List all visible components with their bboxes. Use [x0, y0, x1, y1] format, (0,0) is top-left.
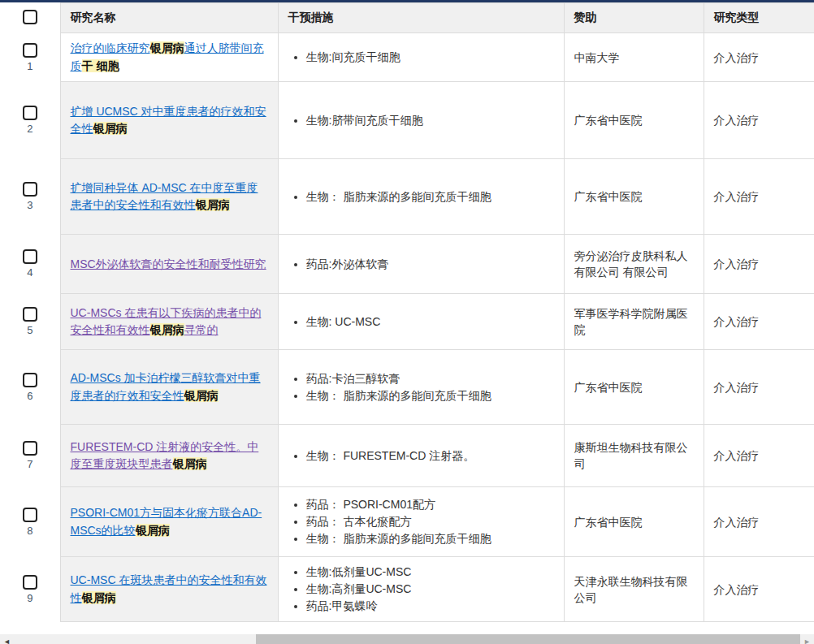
interventions-cell: 生物:间充质干细胞	[278, 33, 564, 82]
horizontal-scrollbar[interactable]: ◄ ►	[0, 634, 814, 644]
table-row: 1治疗的临床研究银屑病通过人脐带间充质干 细胞生物:间充质干细胞中南大学介入治疗	[0, 33, 814, 82]
study-title-link[interactable]: AD-MSCs 加卡泊柠檬三醇软膏对中重度患者的疗效和安全性银屑病	[71, 371, 261, 402]
header-row: 研究名称 干预措施 赞助 研究类型	[0, 3, 814, 33]
study-title-link[interactable]: UC-MSCs 在患有以下疾病的患者中的安全性和有效性银屑病寻常的	[71, 306, 262, 337]
row-checkbox[interactable]	[23, 441, 37, 456]
intervention-list: 药品:外泌体软膏	[288, 256, 554, 273]
sponsor-cell: 广东省中医院	[564, 350, 704, 425]
study-type-cell: 介入治疗	[704, 235, 814, 294]
row-checkbox[interactable]	[23, 508, 37, 522]
title-text: AD-MSCs 加卡泊柠檬三醇软膏对中重度患者的疗效和安全性	[71, 371, 261, 402]
scroll-right-arrow-icon[interactable]: ►	[803, 638, 811, 644]
title-text: FURESTEM-CD 注射液的安全性。中度至重度斑块型患者	[71, 440, 259, 471]
select-all-checkbox[interactable]	[23, 10, 37, 24]
study-type-cell: 介入治疗	[704, 350, 814, 425]
intervention-item: 药品:卡泊三醇软膏	[306, 370, 554, 387]
table-body: 1治疗的临床研究银屑病通过人脐带间充质干 细胞生物:间充质干细胞中南大学介入治疗…	[0, 33, 814, 622]
intervention-item: 生物:高剂量UC-MSC	[306, 581, 554, 598]
title-text: 治疗的临床研究	[71, 41, 150, 54]
row-select-cell: 1	[0, 33, 60, 82]
select-all-cell	[0, 3, 60, 33]
intervention-item: 药品： PSORI-CM01配方	[306, 496, 554, 513]
sponsor-cell: 天津永联生物科技有限公司	[564, 557, 704, 622]
row-checkbox[interactable]	[23, 249, 37, 264]
interventions-cell: 生物: UC-MSC	[278, 294, 564, 350]
sponsor-cell: 康斯坦生物科技有限公司	[564, 425, 704, 487]
intervention-list: 药品： PSORI-CM01配方药品： 古本化瘀配方生物： 脂肪来源的多能间充质…	[288, 496, 554, 547]
study-title-link[interactable]: 治疗的临床研究银屑病通过人脐带间充质干 细胞	[71, 41, 264, 72]
intervention-item: 生物:低剂量UC-MSC	[306, 564, 554, 581]
row-select-cell: 9	[0, 557, 60, 622]
table-row: 3扩增同种异体 AD-MSC 在中度至重度患者中的安全性和有效性银屑病生物： 脂…	[0, 159, 814, 235]
search-term-highlight: 银屑病	[136, 524, 170, 537]
intervention-item: 药品:甲氨蝶呤	[306, 598, 554, 615]
column-header-study-name: 研究名称	[60, 3, 278, 33]
study-name-cell: UC-MSC 在斑块患者中的安全性和有效性银屑病	[60, 557, 278, 622]
study-name-cell: 治疗的临床研究银屑病通过人脐带间充质干 细胞	[60, 33, 278, 82]
study-title-link[interactable]: PSORI-CM01方与固本化瘀方联合AD-MSCs的比较银屑病	[71, 506, 262, 537]
study-title-link[interactable]: MSC外泌体软膏的安全性和耐受性研究	[71, 257, 266, 270]
sponsor-cell: 旁分泌治疗皮肤科私人有限公司 有限公司	[564, 235, 704, 294]
row-number: 4	[27, 266, 32, 279]
row-number: 5	[27, 324, 32, 336]
table-row: 5UC-MSCs 在患有以下疾病的患者中的安全性和有效性银屑病寻常的生物: UC…	[0, 294, 814, 350]
row-select-cell: 4	[0, 235, 60, 294]
search-term-highlight: 银屑病	[82, 591, 116, 604]
study-type-cell: 介入治疗	[704, 33, 814, 82]
sponsor-cell: 军事医学科学院附属医院	[564, 294, 704, 350]
table-header: 研究名称 干预措施 赞助 研究类型	[0, 3, 814, 33]
row-checkbox[interactable]	[23, 307, 37, 322]
study-name-cell: FURESTEM-CD 注射液的安全性。中度至重度斑块型患者银屑病	[60, 425, 278, 487]
interventions-cell: 药品:卡泊三醇软膏生物： 脂肪来源的多能间充质干细胞	[278, 350, 564, 425]
intervention-item: 生物： 脂肪来源的多能间充质干细胞	[306, 530, 554, 547]
column-header-interventions: 干预措施	[278, 3, 564, 33]
table-row: 9UC-MSC 在斑块患者中的安全性和有效性银屑病生物:低剂量UC-MSC生物:…	[0, 557, 814, 622]
row-checkbox[interactable]	[23, 575, 37, 590]
study-title-link[interactable]: UC-MSC 在斑块患者中的安全性和有效性银屑病	[71, 573, 267, 604]
row-number: 3	[27, 199, 32, 211]
intervention-item: 生物： 脂肪来源的多能间充质干细胞	[306, 387, 554, 404]
studies-results-table: 研究名称 干预措施 赞助 研究类型 1治疗的临床研究银屑病通过人脐带间充质干 细…	[0, 2, 814, 622]
table-row: 4MSC外泌体软膏的安全性和耐受性研究药品:外泌体软膏旁分泌治疗皮肤科私人有限公…	[0, 235, 814, 294]
intervention-list: 生物： 脂肪来源的多能间充质干细胞	[288, 188, 554, 205]
study-title-link[interactable]: FURESTEM-CD 注射液的安全性。中度至重度斑块型患者银屑病	[71, 440, 259, 471]
row-number: 8	[27, 525, 32, 537]
sponsor-cell: 广东省中医院	[564, 82, 704, 159]
study-name-cell: AD-MSCs 加卡泊柠檬三醇软膏对中重度患者的疗效和安全性银屑病	[60, 350, 278, 425]
table-row: 6AD-MSCs 加卡泊柠檬三醇软膏对中重度患者的疗效和安全性银屑病药品:卡泊三…	[0, 350, 814, 425]
interventions-cell: 生物： FURESTEM-CD 注射器。	[278, 425, 564, 487]
study-name-cell: PSORI-CM01方与固本化瘀方联合AD-MSCs的比较银屑病	[60, 487, 278, 557]
sponsor-cell: 广东省中医院	[564, 159, 704, 235]
scroll-left-arrow-icon[interactable]: ◄	[3, 638, 11, 644]
study-type-cell: 介入治疗	[704, 425, 814, 487]
intervention-item: 药品:外泌体软膏	[306, 256, 554, 273]
title-text: 扩增同种异体 AD-MSC 在中度至重度患者中的安全性和有效性	[71, 181, 258, 212]
scrollbar-gap	[0, 622, 814, 634]
study-title-link[interactable]: 扩增 UCMSC 对中重度患者的疗效和安全性银屑病	[71, 105, 266, 136]
study-name-cell: MSC外泌体软膏的安全性和耐受性研究	[60, 235, 278, 294]
column-header-sponsor: 赞助	[564, 3, 704, 33]
search-term-highlight: 银屑病	[184, 389, 219, 402]
row-checkbox[interactable]	[23, 106, 37, 120]
row-select-cell: 2	[0, 82, 60, 159]
intervention-list: 药品:卡泊三醇软膏生物： 脂肪来源的多能间充质干细胞	[288, 370, 554, 404]
row-number: 1	[27, 60, 32, 72]
intervention-item: 生物: UC-MSC	[306, 313, 554, 331]
search-term-highlight: 银屑病	[150, 323, 184, 336]
search-term-highlight: 银屑病	[196, 198, 230, 211]
row-checkbox[interactable]	[23, 43, 37, 58]
scrollbar-thumb[interactable]	[256, 634, 800, 644]
row-checkbox[interactable]	[23, 373, 37, 387]
study-title-link[interactable]: 扩增同种异体 AD-MSC 在中度至重度患者中的安全性和有效性银屑病	[71, 181, 258, 212]
intervention-item: 生物:间充质干细胞	[306, 49, 554, 66]
study-type-cell: 介入治疗	[704, 557, 814, 622]
row-checkbox[interactable]	[23, 182, 37, 197]
column-header-study-type: 研究类型	[704, 3, 814, 33]
study-type-cell: 介入治疗	[704, 294, 814, 350]
intervention-list: 生物:低剂量UC-MSC生物:高剂量UC-MSC药品:甲氨蝶呤	[288, 564, 554, 615]
row-select-cell: 7	[0, 425, 60, 487]
row-select-cell: 5	[0, 294, 60, 350]
search-term-highlight: 银屑病	[150, 41, 184, 54]
row-number: 6	[27, 390, 32, 402]
title-text: 寻常的	[184, 323, 219, 336]
